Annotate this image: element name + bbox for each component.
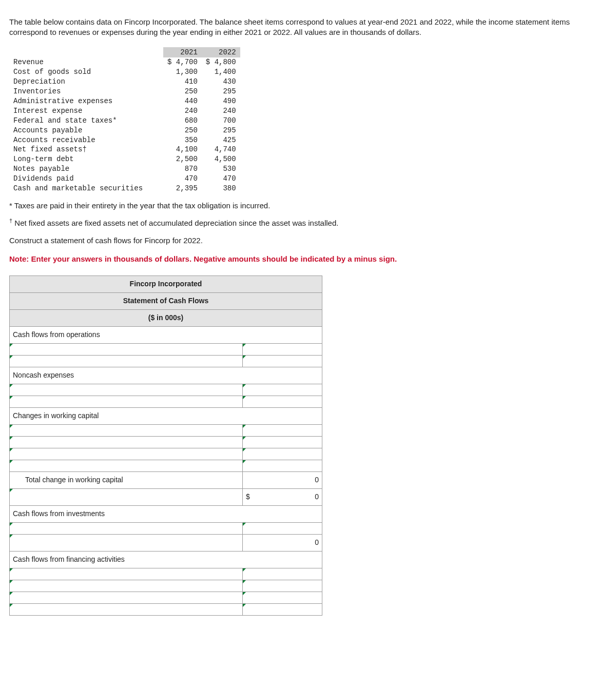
section-working-capital: Changes in working capital — [10, 407, 322, 424]
noncash-line-value-input[interactable] — [242, 384, 322, 396]
financial-data-table: 2021 2022 Revenue$ 4,700$ 4,800 Cost of … — [9, 47, 240, 193]
cf-title-statement: Statement of Cash Flows — [10, 292, 322, 309]
cash-flow-table: Fincorp Incorporated Statement of Cash F… — [9, 275, 322, 616]
footnote-assets: † Net fixed assets are fixed assets net … — [9, 217, 607, 228]
col-blank — [9, 47, 163, 58]
intro-text: The table below contains data on Fincorp… — [9, 17, 607, 38]
section-operations: Cash flows from operations — [10, 326, 322, 343]
section-noncash: Noncash expenses — [10, 367, 322, 384]
ops-line-label-input[interactable] — [10, 343, 243, 355]
table-row: Federal and state taxes*680700 — [9, 116, 240, 126]
ops-subtotal-value: $0 — [242, 488, 322, 505]
total-wc-label: Total change in working capital — [10, 471, 243, 488]
fin-line-label-input[interactable] — [10, 603, 243, 615]
noncash-line-value-input[interactable] — [242, 396, 322, 407]
table-row: Cost of goods sold1,3001,400 — [9, 67, 240, 77]
instruction-note: Note: Enter your answers in thousands of… — [9, 254, 607, 264]
instruction-text: Construct a statement of cash flows for … — [9, 235, 607, 246]
fin-line-value-input[interactable] — [242, 592, 322, 603]
wc-line-value-input[interactable] — [242, 460, 322, 471]
table-row: Administrative expenses440490 — [9, 96, 240, 106]
cf-title-company: Fincorp Incorporated — [10, 275, 322, 292]
inv-line-label-input[interactable] — [10, 522, 243, 534]
inv-line-value-input[interactable] — [242, 522, 322, 534]
table-row: Cash and marketable securities2,395380 — [9, 184, 240, 193]
ops-subtotal-label-input[interactable] — [10, 488, 243, 505]
table-row: Interest expense240240 — [9, 106, 240, 116]
table-row: Dividends paid470470 — [9, 174, 240, 184]
wc-line-value-input[interactable] — [242, 424, 322, 436]
table-row: Net fixed assets†4,1004,740 — [9, 145, 240, 154]
wc-line-value-input[interactable] — [242, 436, 322, 448]
fin-line-value-input[interactable] — [242, 568, 322, 580]
table-row: Revenue$ 4,700$ 4,800 — [9, 57, 240, 67]
table-row: Long-term debt2,5004,500 — [9, 154, 240, 164]
noncash-line-label-input[interactable] — [10, 384, 243, 396]
footnote-taxes: * Taxes are paid in their entirety in th… — [9, 201, 607, 211]
fin-line-value-input[interactable] — [242, 603, 322, 615]
ops-line-label-input[interactable] — [10, 355, 243, 367]
wc-line-label-input[interactable] — [10, 460, 243, 471]
wc-line-label-input[interactable] — [10, 448, 243, 460]
ops-line-value-input[interactable] — [242, 355, 322, 367]
inv-line-label-input[interactable] — [10, 534, 243, 551]
fin-line-label-input[interactable] — [10, 568, 243, 580]
total-wc-value: 0 — [242, 471, 322, 488]
noncash-line-label-input[interactable] — [10, 396, 243, 407]
wc-line-label-input[interactable] — [10, 436, 243, 448]
ops-line-value-input[interactable] — [242, 343, 322, 355]
table-row: Depreciation410430 — [9, 77, 240, 87]
section-financing: Cash flows from financing activities — [10, 551, 322, 568]
table-row: Accounts receivable350425 — [9, 135, 240, 145]
wc-line-label-input[interactable] — [10, 424, 243, 436]
col-2022: 2022 — [202, 47, 240, 58]
table-row: Notes payable870530 — [9, 164, 240, 174]
fin-line-value-input[interactable] — [242, 580, 322, 592]
fin-line-label-input[interactable] — [10, 592, 243, 603]
table-row: Accounts payable250295 — [9, 126, 240, 135]
fin-line-label-input[interactable] — [10, 580, 243, 592]
wc-line-value-input[interactable] — [242, 448, 322, 460]
table-row: Inventories250295 — [9, 87, 240, 96]
cf-title-units: ($ in 000s) — [10, 309, 322, 326]
section-investments: Cash flows from investments — [10, 505, 322, 522]
inv-subtotal-value: 0 — [242, 534, 322, 551]
col-2021: 2021 — [163, 47, 202, 58]
